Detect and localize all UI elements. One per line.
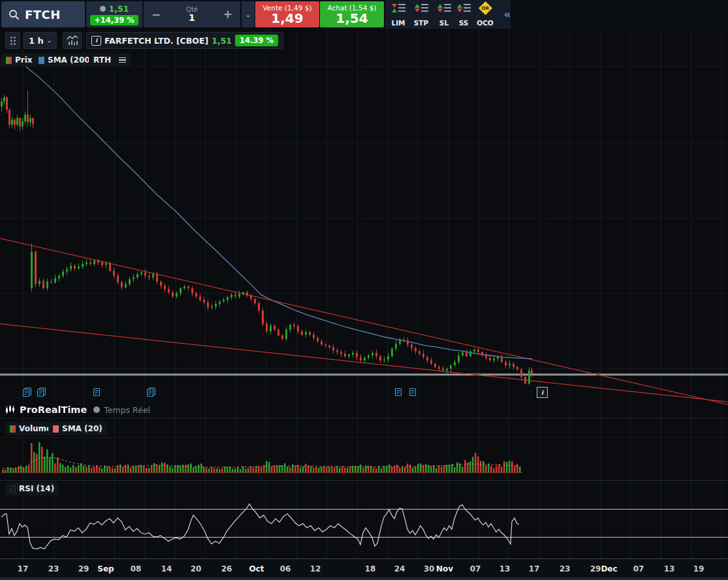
timeframe-dropdown[interactable]: 1 h ⌄ (24, 32, 57, 49)
sma200-series-icon (39, 57, 44, 64)
order-type-label: STP (414, 19, 428, 27)
legend-volume-sma-label: SMA (20) (62, 424, 103, 433)
pane-separator[interactable] (0, 480, 728, 481)
axis-tick-label: Dec (601, 564, 617, 573)
legend-menu-button[interactable] (114, 53, 131, 67)
axis-tick-label: 17 (529, 564, 540, 573)
price-series-icon (6, 57, 12, 64)
news-marker-icon[interactable] (92, 387, 103, 401)
market-status-icon (100, 6, 106, 12)
order-arrows-icon (392, 2, 405, 14)
collapse-panel-button[interactable]: « (499, 0, 516, 29)
order-type-label: SL (439, 19, 449, 27)
last-price: 1,51 (109, 4, 129, 14)
axis-tick-label: Oct (249, 564, 264, 573)
axis-tick-label: 23 (48, 564, 59, 573)
instrument-price: 1,51 (212, 36, 232, 46)
axis-tick-label: 07 (633, 564, 644, 573)
bottom-edge-strip (0, 577, 728, 580)
order-type-lim-button[interactable]: LIM (388, 2, 408, 27)
axis-tick-label: 20 (191, 564, 202, 573)
legend-rsi-label: RSI (14) (19, 484, 54, 493)
axis-tick-label: 17 (18, 564, 29, 573)
news-marker-icon[interactable] (37, 387, 47, 401)
symbol-ticker: FTCH (25, 8, 61, 22)
volume-series-icon (10, 425, 16, 433)
instrument-info-bar[interactable]: i FARFETCH LTD. [CBOE] 1,51 14.39 % (86, 32, 283, 49)
axis-tick-label: 13 (664, 564, 675, 573)
realtime-status-icon (93, 406, 100, 413)
axis-tick-label: 08 (131, 564, 142, 573)
chart-type-button[interactable] (63, 32, 82, 49)
chevron-down-icon: ⌄ (47, 37, 52, 44)
sell-button[interactable]: Vente (1,49 $) 1,49 (255, 1, 319, 27)
link-group-button[interactable] (5, 32, 20, 49)
news-marker-icon[interactable] (22, 387, 33, 401)
legend-volume-label: Volume (19, 424, 52, 433)
axis-tick-label: 26 (221, 564, 232, 573)
order-arrows-icon (415, 2, 428, 14)
legend-prix[interactable]: Prix (1, 53, 37, 67)
order-arrows-icon (437, 2, 451, 14)
legend-rth-label: RTH (93, 55, 111, 65)
axis-tick-label: Sep (97, 564, 114, 573)
search-icon (8, 9, 20, 20)
symbol-search-box[interactable]: FTCH (1, 1, 85, 27)
oco-or-diamond-icon: OR (478, 1, 492, 15)
trading-app-window: FTCH 1,51 +14,39 % − Qté 1 + ⌄ Vente (1,… (0, 0, 728, 580)
order-arrows-icon (457, 2, 471, 14)
last-price-group: 1,51 +14,39 % (86, 1, 142, 27)
order-type-label: SS (459, 19, 469, 27)
axis-tick-label: 12 (310, 564, 321, 573)
price-chart-canvas[interactable] (0, 29, 728, 418)
sell-price: 1,49 (271, 12, 303, 25)
legend-rsi[interactable]: RSI (14) (5, 482, 59, 495)
qty-minus-button[interactable]: − (151, 8, 161, 21)
qty-dropdown-button[interactable]: ⌄ (242, 1, 255, 27)
axis-tick-label: 30 (424, 564, 435, 573)
order-type-label: OCO (477, 19, 494, 27)
axis-tick-label: 29 (78, 564, 89, 573)
axis-tick-label: 06 (280, 564, 291, 573)
order-type-oco-button[interactable]: OROCO (475, 2, 495, 27)
time-axis[interactable]: 172329Sep08142026Oct0612182430Nov0713172… (0, 558, 728, 577)
news-marker-icon[interactable] (408, 387, 419, 401)
top-trading-bar: FTCH 1,51 +14,39 % − Qté 1 + ⌄ Vente (1,… (0, 0, 728, 29)
legend-rth[interactable]: RTH (89, 53, 116, 67)
realtime-mode-label: Temps Réel (104, 405, 150, 415)
news-marker-icon[interactable] (146, 387, 157, 401)
info-icon: i (91, 36, 101, 46)
chart-type-icon (67, 35, 78, 46)
qty-value[interactable]: 1 (189, 13, 195, 23)
order-type-label: LIM (391, 19, 405, 27)
order-type-sl-button[interactable]: SL (434, 2, 454, 27)
legend-volume-sma[interactable]: SMA (20) (48, 422, 107, 435)
pane-separator[interactable] (0, 418, 728, 419)
order-type-panel: LIMSTPSLSSOROCO (385, 0, 511, 29)
buy-button[interactable]: Achat (1,54 $) 1,54 (320, 1, 384, 27)
legend-sma200-label: SMA (200) (48, 55, 93, 65)
prorealtime-logo-icon (5, 404, 16, 415)
chevrons-left-icon: « (504, 8, 511, 21)
change-percent-badge: +14,39 % (90, 15, 138, 25)
axis-tick-label: 07 (470, 564, 481, 573)
axis-tick-label: 29 (590, 564, 601, 573)
instrument-name: FARFETCH LTD. [CBOE] (104, 36, 208, 46)
chart-info-marker[interactable]: i (537, 387, 548, 398)
grip-dots-icon (10, 37, 16, 45)
list-menu-icon (119, 57, 126, 63)
volume-sma-series-icon (53, 425, 59, 433)
axis-tick-label: 23 (560, 564, 571, 573)
axis-tick-label: 18 (365, 564, 376, 573)
qty-plus-button[interactable]: + (223, 8, 232, 21)
order-type-ss-button[interactable]: SS (454, 2, 473, 27)
axis-tick-label: 14 (161, 564, 172, 573)
news-marker-icon[interactable] (394, 387, 404, 401)
order-type-stp-button[interactable]: STP (411, 2, 431, 27)
axis-tick-label: 24 (394, 564, 405, 573)
timeframe-value: 1 h (29, 36, 44, 46)
volume-chart-canvas[interactable] (0, 418, 728, 480)
rsi-chart-canvas[interactable] (0, 480, 728, 558)
brand-bar: ProRealTime Temps Réel (5, 404, 150, 415)
axis-tick-label: 19 (693, 564, 704, 573)
